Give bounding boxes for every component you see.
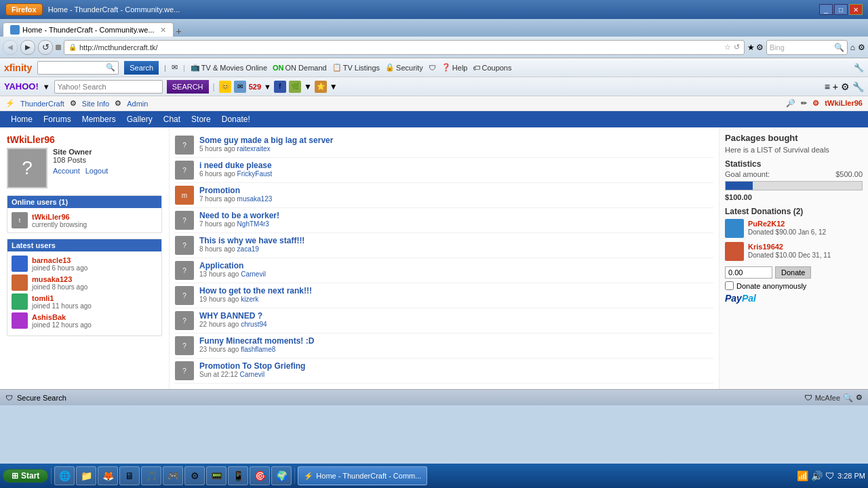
donate-anon-checkbox[interactable] — [725, 281, 734, 290]
post-title-7[interactable]: WHY BANNED ? — [199, 311, 262, 321]
xfinity-search-input[interactable] — [41, 64, 106, 72]
post-author-9[interactable]: Carnevil — [240, 371, 265, 378]
post-title-9[interactable]: Promotion To Stop Griefing — [199, 361, 305, 371]
latest-username-1[interactable]: musaka123 — [32, 275, 72, 283]
tab-close-icon[interactable]: ✕ — [160, 26, 166, 35]
taskbar-icon-browser2[interactable]: 🌍 — [271, 466, 292, 485]
reload-icon[interactable]: ↺ — [734, 43, 740, 52]
xfinity-wrench-icon[interactable]: 🔧 — [854, 63, 864, 73]
post-author-6[interactable]: kizerk — [241, 296, 258, 303]
xfinity-help[interactable]: ❓ Help — [441, 63, 468, 72]
active-tab[interactable]: Home - ThunderCraft - Community.we... ✕ — [3, 22, 174, 37]
post-title-6[interactable]: How to get to the next rank!!! — [199, 286, 312, 296]
taskbar-icon-explorer[interactable]: 📁 — [76, 466, 96, 485]
donate-amount-input[interactable] — [725, 266, 772, 279]
donate-button[interactable]: Donate — [775, 266, 811, 279]
green-dropdown-icon[interactable]: ▼ — [304, 82, 312, 92]
yahoo-search-button[interactable]: SEARCH — [167, 80, 209, 94]
minimize-button[interactable]: _ — [819, 4, 833, 15]
xfinity-security[interactable]: 🔒 Security — [385, 63, 423, 72]
post-author-1[interactable]: FrickyFaust — [237, 170, 273, 178]
nav-home[interactable]: Home — [5, 111, 38, 127]
post-title-1[interactable]: i need duke please — [199, 161, 272, 170]
breadcrumb-admin[interactable]: Admin — [127, 100, 148, 108]
taskbar-icon-cmd[interactable]: 📟 — [206, 466, 226, 485]
xfinity-tv-listings[interactable]: 📋 TV Listings — [332, 63, 380, 72]
taskbar-icon-apps[interactable]: 📱 — [228, 466, 248, 485]
taskbar-icon-app2[interactable]: 🎯 — [250, 466, 270, 485]
tray-network-icon[interactable]: 📶 — [797, 470, 808, 481]
settings-icon[interactable]: ⚙ — [756, 43, 764, 52]
donation-username-0[interactable]: PuRe2K12 — [748, 220, 785, 228]
zoom-icon[interactable]: 🔍 — [843, 393, 853, 403]
star-icon[interactable]: ☆ — [724, 43, 731, 52]
username-link[interactable]: tWkiLler96 — [7, 134, 55, 145]
xfinity-mail-icon[interactable]: ✉ — [172, 63, 178, 72]
post-author-5[interactable]: Carnevil — [241, 270, 266, 278]
yahoo-search-box[interactable] — [54, 80, 163, 94]
taskbar-icon-desktop[interactable]: 🖥 — [119, 466, 140, 485]
post-title-0[interactable]: Some guy made a big lag at server — [199, 136, 333, 145]
xfinity-search-box[interactable]: 🔍 — [37, 61, 119, 75]
latest-username-0[interactable]: barnacle13 — [32, 256, 71, 264]
facebook-icon[interactable]: f — [274, 81, 286, 93]
forward-button[interactable]: ► — [20, 40, 35, 55]
yahoo-dropdown-icon[interactable]: ▼ — [43, 83, 50, 91]
tray-security-icon[interactable]: 🛡 — [825, 470, 835, 481]
reload-button[interactable]: ↺ — [38, 40, 53, 55]
bing-search-bar[interactable]: Bing 🔍 — [766, 40, 848, 55]
post-author-0[interactable]: raitexraitex — [237, 145, 271, 152]
xfinity-coupons[interactable]: 🏷 Coupons — [473, 64, 511, 72]
header-icon-1[interactable]: 🔎 — [786, 99, 795, 108]
bookmarks-icon[interactable]: ★ — [747, 43, 755, 52]
toolbar-menu-icon[interactable]: ≡ — [825, 81, 830, 92]
taskbar-active-window[interactable]: ⚡ Home - ThunderCraft - Comm... — [298, 466, 427, 485]
xfinity-on-demand[interactable]: ON ON Demand — [273, 64, 327, 72]
toolbar-config-icon[interactable]: 🔧 — [852, 81, 864, 92]
post-title-2[interactable]: Promotion — [199, 186, 240, 195]
yahoo-search-input[interactable] — [58, 83, 159, 91]
maximize-button[interactable]: □ — [834, 4, 848, 15]
mail-yahoo-icon[interactable]: ✉ — [234, 81, 246, 93]
toolbar-settings-icon[interactable]: ⚙ — [841, 81, 850, 92]
mail-dropdown-icon[interactable]: ▼ — [264, 83, 271, 91]
nav-forums[interactable]: Forums — [38, 111, 77, 127]
back-button[interactable]: ◄ — [3, 40, 18, 55]
toolbar-add-icon[interactable]: + — [833, 81, 838, 92]
nav-store[interactable]: Store — [186, 111, 216, 127]
xfinity-search-icon[interactable]: 🔍 — [106, 63, 115, 72]
header-icon-2[interactable]: ✏ — [801, 99, 807, 108]
status-settings-icon[interactable]: ⚙ — [856, 393, 863, 402]
post-author-2[interactable]: musaka123 — [237, 195, 273, 203]
nav-chat[interactable]: Chat — [158, 111, 186, 127]
post-author-4[interactable]: zaca19 — [237, 245, 259, 253]
smiley-icon[interactable]: 😊 — [219, 81, 231, 93]
latest-username-2[interactable]: tomli1 — [32, 294, 54, 302]
home-icon[interactable]: ⌂ — [850, 43, 855, 52]
tools-icon[interactable]: ⚙ — [858, 43, 865, 52]
latest-username-3[interactable]: AshisBak — [32, 313, 66, 321]
nav-donate[interactable]: Donate! — [216, 111, 256, 127]
post-title-4[interactable]: This is why we have staff!!! — [199, 236, 304, 245]
address-bar[interactable]: 🔒 http://mcthundercraft.tk/ ☆ ↺ — [64, 40, 745, 55]
online-username[interactable]: tWkiLler96 — [32, 213, 70, 221]
breadcrumb-thundercraft[interactable]: ThunderCraft — [20, 100, 64, 108]
nav-gallery[interactable]: Gallery — [121, 111, 158, 127]
xfinity-search-button[interactable]: Search — [124, 61, 159, 75]
breadcrumb-siteinfo[interactable]: Site Info — [82, 100, 109, 108]
start-button[interactable]: ⊞ Start — [3, 469, 48, 483]
taskbar-icon-firefox[interactable]: 🦊 — [98, 466, 118, 485]
post-author-8[interactable]: flashflame8 — [241, 346, 275, 353]
post-title-3[interactable]: Need to be a worker! — [199, 211, 279, 220]
new-tab-button[interactable]: + — [174, 26, 184, 37]
bing-search-icon[interactable]: 🔍 — [834, 43, 844, 52]
xfinity-tv-movies[interactable]: 📺 TV & Movies Online — [191, 63, 267, 72]
tray-volume-icon[interactable]: 🔊 — [811, 470, 823, 481]
post-title-5[interactable]: Application — [199, 261, 243, 270]
firefox-menu-button[interactable]: Firefox — [5, 3, 43, 16]
taskbar-icon-game[interactable]: 🎮 — [163, 466, 183, 485]
header-username[interactable]: tWkiLler96 — [825, 99, 863, 108]
post-author-3[interactable]: NghTM4r3 — [237, 220, 269, 228]
close-button[interactable]: ✕ — [849, 4, 863, 15]
donation-username-1[interactable]: Kris19642 — [748, 243, 783, 251]
